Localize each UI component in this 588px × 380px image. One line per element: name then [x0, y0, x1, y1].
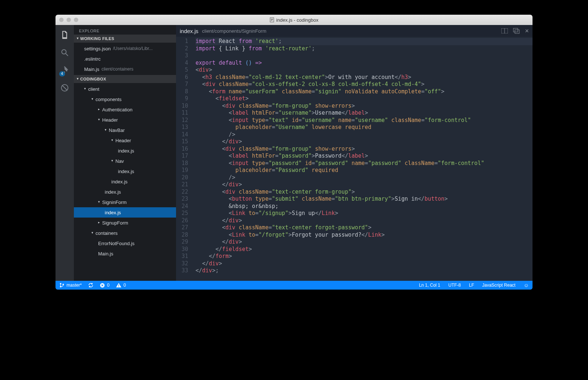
code-line[interactable]: <fieldset> [196, 95, 533, 103]
window-title: index.js - codingbox [55, 17, 533, 23]
svg-line-5 [66, 54, 68, 56]
file-item[interactable]: index.js [74, 187, 176, 197]
code-line[interactable]: <div className="text-center form-group"> [196, 189, 533, 196]
code-line[interactable] [196, 52, 533, 60]
code-line[interactable]: <Link to="/forgot">Forgot your password?… [196, 232, 533, 239]
working-file[interactable]: settings.json/Users/viatsko/Libr... [74, 43, 176, 54]
code-line[interactable]: &nbsp; or&nbsp; [196, 203, 533, 210]
project-header[interactable]: ▾CODINGBOX [74, 75, 176, 83]
status-errors[interactable]: 0 [100, 283, 110, 288]
code-line[interactable]: </div>; [196, 267, 533, 275]
folder-item[interactable]: ▸Authentication [74, 104, 176, 115]
folder-item[interactable]: ▾NavBar [74, 125, 176, 135]
svg-rect-1 [271, 19, 273, 19]
code-line[interactable]: </div> [196, 138, 533, 146]
status-cursor-position[interactable]: Ln 1, Col 1 [419, 283, 440, 288]
code-line[interactable]: export default () => [196, 60, 533, 67]
status-feedback-icon[interactable]: ☺ [524, 282, 529, 288]
code-line[interactable]: placeholder="Username" lowercase require… [196, 124, 533, 131]
close-editor-icon[interactable]: × [525, 27, 529, 35]
tab-filepath: client/components/SigninForm [202, 28, 266, 34]
code-line[interactable]: <input type="text" id="username" name="u… [196, 117, 533, 124]
more-actions-icon[interactable] [513, 28, 520, 34]
folder-item[interactable]: ▾Header [74, 135, 176, 146]
working-file[interactable]: Main.jsclient/containers [74, 64, 176, 74]
file-item[interactable]: Main.js [74, 248, 176, 259]
svg-line-7 [62, 85, 67, 90]
folder-item[interactable]: ▾Nav [74, 156, 176, 166]
code-line[interactable]: </div> [196, 260, 533, 268]
editor-tabbar: index.js client/components/SigninForm × [176, 25, 533, 37]
working-files-header[interactable]: ▾WORKING FILES [74, 35, 176, 43]
code-line[interactable]: import React from 'react'; [196, 38, 533, 45]
code-line[interactable]: placeholder="Password" required [196, 167, 533, 174]
working-file[interactable]: .eslintrc [74, 54, 176, 64]
git-badge: 4 [59, 71, 65, 76]
code-line[interactable]: <h3 className="col-md-12 text-center">Or… [196, 74, 533, 81]
svg-rect-3 [271, 20, 272, 21]
file-item[interactable]: index.js [74, 176, 176, 187]
titlebar: index.js - codingbox [55, 15, 533, 25]
search-icon[interactable] [60, 48, 69, 57]
status-eol[interactable]: LF [469, 283, 474, 288]
file-item[interactable]: index.js [74, 146, 176, 156]
folder-item[interactable]: ▾Header [74, 115, 176, 125]
folder-item[interactable]: ▾client [74, 84, 176, 94]
code-line[interactable]: <div className="form-group" show-errors> [196, 103, 533, 110]
code-line[interactable]: </fieldset> [196, 246, 533, 253]
svg-point-12 [60, 283, 61, 284]
code-line[interactable]: <input type="password" id="password" nam… [196, 160, 533, 167]
code-editor[interactable]: 1234567891011121314151617181920212223242… [176, 37, 533, 281]
code-line[interactable]: <div className="text-center forgot-passw… [196, 224, 533, 232]
code-line[interactable]: </div> [196, 239, 533, 246]
code-line[interactable]: <div className="col-xs-offset-2 col-xs-8… [196, 81, 533, 88]
debug-icon[interactable] [60, 83, 69, 93]
status-warnings[interactable]: 0 [116, 283, 126, 288]
status-sync-icon[interactable] [88, 283, 93, 288]
file-item[interactable]: index.js [74, 207, 176, 218]
code-line[interactable]: <div> [196, 67, 533, 74]
code-line[interactable]: <div className="form-group" show-errors> [196, 146, 533, 153]
git-icon[interactable]: 4 [60, 65, 69, 75]
status-git-branch[interactable]: master* [59, 283, 82, 288]
tab-filename[interactable]: index.js [180, 28, 198, 34]
code-content[interactable]: import React from 'react';import { Link … [193, 37, 533, 281]
code-line[interactable]: </div> [196, 217, 533, 225]
folder-item[interactable]: ▾SigninForm [74, 197, 176, 207]
code-line[interactable]: </div> [196, 181, 533, 189]
chevron-down-icon: ▾ [77, 36, 79, 40]
code-line[interactable]: import { Link } from 'react-router'; [196, 45, 533, 53]
split-editor-icon[interactable] [501, 28, 508, 33]
svg-rect-2 [271, 19, 273, 20]
status-language[interactable]: JavaScript React [482, 283, 516, 288]
explorer-icon[interactable] [60, 30, 69, 40]
sidebar-title: EXPLORE [74, 25, 176, 35]
code-line[interactable]: /> [196, 131, 533, 139]
svg-rect-11 [515, 30, 519, 33]
code-line[interactable]: <button type="submit" className="btn btn… [196, 196, 533, 203]
code-line[interactable]: <form name="userForm" className="signin"… [196, 88, 533, 96]
app-window: index.js - codingbox 4 EXPLORE ▾WORKING … [55, 15, 533, 290]
code-line[interactable]: <label htmlFor="username">Username</labe… [196, 110, 533, 117]
svg-point-14 [62, 284, 64, 285]
folder-item[interactable]: ▾containers [74, 228, 176, 238]
status-bar: master* 0 0 Ln 1, Col 1 UTF-8 LF JavaScr… [55, 281, 533, 290]
code-line[interactable]: /> [196, 174, 533, 182]
code-line[interactable]: <label htmlFor="password">Password</labe… [196, 153, 533, 160]
svg-rect-19 [118, 286, 119, 287]
svg-rect-18 [118, 284, 119, 286]
editor-area: index.js client/components/SigninForm × … [176, 25, 533, 281]
svg-rect-10 [513, 28, 518, 32]
code-line[interactable]: <Link to="/signup">Sign up</Link> [196, 210, 533, 217]
sidebar-explorer: EXPLORE ▾WORKING FILES settings.json/Use… [74, 25, 176, 281]
document-icon [270, 17, 274, 22]
file-item[interactable]: ErrorNotFound.js [74, 238, 176, 248]
svg-point-4 [62, 50, 66, 54]
svg-point-13 [60, 286, 61, 287]
file-item[interactable]: index.js [74, 166, 176, 176]
folder-item[interactable]: ▸SignupForm [74, 218, 176, 228]
code-line[interactable]: </form> [196, 253, 533, 260]
status-encoding[interactable]: UTF-8 [448, 283, 461, 288]
chevron-down-icon: ▾ [77, 77, 79, 80]
folder-item[interactable]: ▾components [74, 94, 176, 104]
